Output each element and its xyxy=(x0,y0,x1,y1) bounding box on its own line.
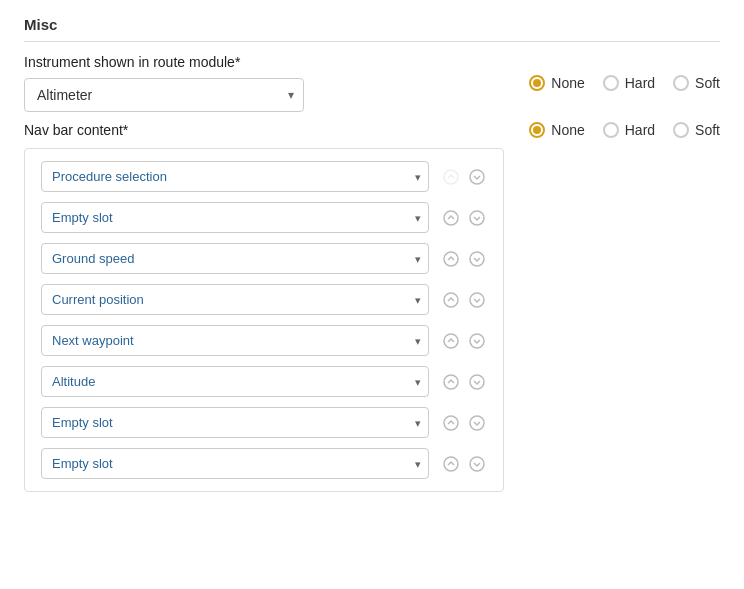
svg-point-5 xyxy=(470,252,484,266)
svg-point-3 xyxy=(470,211,484,225)
arrow-down-4-icon xyxy=(469,333,485,349)
arrow-up-4-icon xyxy=(443,333,459,349)
nav-item-dropdown-1[interactable]: Empty slot Procedure selection Ground sp… xyxy=(41,202,429,233)
nav-item-select-0: Procedure selection Empty slot Ground sp… xyxy=(41,161,429,192)
nav-item-row-1: Empty slot Procedure selection Ground sp… xyxy=(41,202,487,233)
nav-item-down-0-button[interactable] xyxy=(467,167,487,187)
arrow-up-1-icon xyxy=(443,210,459,226)
svg-point-1 xyxy=(470,170,484,184)
nav-item-down-4-button[interactable] xyxy=(467,331,487,351)
nav-item-arrows-1 xyxy=(441,208,487,228)
svg-point-9 xyxy=(470,334,484,348)
nav-item-arrows-7 xyxy=(441,454,487,474)
nav-item-up-7-button[interactable] xyxy=(441,454,461,474)
nav-item-row-3: Current position Procedure selection Emp… xyxy=(41,284,487,315)
nav-item-arrows-2 xyxy=(441,249,487,269)
arrow-down-2-icon xyxy=(469,251,485,267)
navbar-radio-hard[interactable]: Hard xyxy=(603,122,655,138)
svg-point-13 xyxy=(470,416,484,430)
nav-item-arrows-6 xyxy=(441,413,487,433)
nav-item-row-7: Empty slot Procedure selection Ground sp… xyxy=(41,448,487,479)
nav-item-dropdown-7[interactable]: Empty slot Procedure selection Ground sp… xyxy=(41,448,429,479)
svg-point-0 xyxy=(444,170,458,184)
instrument-radio-hard[interactable]: Hard xyxy=(603,75,655,91)
svg-point-12 xyxy=(444,416,458,430)
nav-item-row-6: Empty slot Procedure selection Ground sp… xyxy=(41,407,487,438)
svg-point-15 xyxy=(470,457,484,471)
nav-item-dropdown-6[interactable]: Empty slot Procedure selection Ground sp… xyxy=(41,407,429,438)
nav-item-select-1: Empty slot Procedure selection Ground sp… xyxy=(41,202,429,233)
nav-item-select-5: Altitude Procedure selection Empty slot … xyxy=(41,366,429,397)
section-title: Misc xyxy=(24,16,720,42)
arrow-down-3-icon xyxy=(469,292,485,308)
arrow-up-6-icon xyxy=(443,415,459,431)
nav-item-up-3-button[interactable] xyxy=(441,290,461,310)
svg-point-6 xyxy=(444,293,458,307)
nav-item-select-7: Empty slot Procedure selection Ground sp… xyxy=(41,448,429,479)
nav-item-down-1-button[interactable] xyxy=(467,208,487,228)
instrument-radio-group: None Hard Soft xyxy=(529,75,720,91)
nav-item-select-6: Empty slot Procedure selection Ground sp… xyxy=(41,407,429,438)
instrument-label: Instrument shown in route module* xyxy=(24,54,304,70)
instrument-field-left: Instrument shown in route module* Altime… xyxy=(24,54,304,112)
nav-item-down-2-button[interactable] xyxy=(467,249,487,269)
nav-item-row-2: Ground speed Procedure selection Empty s… xyxy=(41,243,487,274)
arrow-up-2-icon xyxy=(443,251,459,267)
nav-item-dropdown-5[interactable]: Altitude Procedure selection Empty slot … xyxy=(41,366,429,397)
navbar-section: Nav bar content* None Hard Soft Procedur… xyxy=(24,122,720,492)
nav-item-row-5: Altitude Procedure selection Empty slot … xyxy=(41,366,487,397)
nav-item-dropdown-2[interactable]: Ground speed Procedure selection Empty s… xyxy=(41,243,429,274)
svg-point-4 xyxy=(444,252,458,266)
nav-item-up-5-button[interactable] xyxy=(441,372,461,392)
navbar-label: Nav bar content* xyxy=(24,122,128,138)
svg-point-8 xyxy=(444,334,458,348)
arrow-down-0-icon xyxy=(469,169,485,185)
nav-item-select-3: Current position Procedure selection Emp… xyxy=(41,284,429,315)
arrow-up-3-icon xyxy=(443,292,459,308)
svg-point-2 xyxy=(444,211,458,225)
arrow-down-7-icon xyxy=(469,456,485,472)
nav-item-select-4: Next waypoint Procedure selection Empty … xyxy=(41,325,429,356)
navbar-radio-soft[interactable]: Soft xyxy=(673,122,720,138)
navbar-label-row: Nav bar content* None Hard Soft xyxy=(24,122,720,138)
nav-item-up-0-button xyxy=(441,167,461,187)
nav-item-up-6-button[interactable] xyxy=(441,413,461,433)
nav-item-up-2-button[interactable] xyxy=(441,249,461,269)
arrow-up-0-icon xyxy=(443,169,459,185)
arrow-down-6-icon xyxy=(469,415,485,431)
instrument-radio-soft[interactable]: Soft xyxy=(673,75,720,91)
navbar-radio-none[interactable]: None xyxy=(529,122,584,138)
nav-item-arrows-4 xyxy=(441,331,487,351)
nav-item-dropdown-3[interactable]: Current position Procedure selection Emp… xyxy=(41,284,429,315)
nav-item-down-5-button[interactable] xyxy=(467,372,487,392)
svg-point-14 xyxy=(444,457,458,471)
nav-item-down-6-button[interactable] xyxy=(467,413,487,433)
instrument-radio-none[interactable]: None xyxy=(529,75,584,91)
arrow-up-7-icon xyxy=(443,456,459,472)
navbar-radio-group: None Hard Soft xyxy=(529,122,720,138)
arrow-down-5-icon xyxy=(469,374,485,390)
instrument-field-row: Instrument shown in route module* Altime… xyxy=(24,54,720,112)
nav-item-select-2: Ground speed Procedure selection Empty s… xyxy=(41,243,429,274)
nav-item-up-1-button[interactable] xyxy=(441,208,461,228)
nav-items-container: Procedure selection Empty slot Ground sp… xyxy=(24,148,504,492)
arrow-down-1-icon xyxy=(469,210,485,226)
instrument-select-wrapper: Altimeter Airspeed Altitude Heading ▾ xyxy=(24,78,304,112)
nav-item-dropdown-4[interactable]: Next waypoint Procedure selection Empty … xyxy=(41,325,429,356)
nav-item-arrows-0 xyxy=(441,167,487,187)
svg-point-11 xyxy=(470,375,484,389)
nav-item-row-4: Next waypoint Procedure selection Empty … xyxy=(41,325,487,356)
nav-item-row-0: Procedure selection Empty slot Ground sp… xyxy=(41,161,487,192)
nav-item-arrows-3 xyxy=(441,290,487,310)
svg-point-7 xyxy=(470,293,484,307)
nav-item-arrows-5 xyxy=(441,372,487,392)
nav-item-down-3-button[interactable] xyxy=(467,290,487,310)
arrow-up-5-icon xyxy=(443,374,459,390)
nav-item-up-4-button[interactable] xyxy=(441,331,461,351)
instrument-select[interactable]: Altimeter Airspeed Altitude Heading xyxy=(24,78,304,112)
svg-point-10 xyxy=(444,375,458,389)
nav-item-down-7-button[interactable] xyxy=(467,454,487,474)
nav-item-dropdown-0[interactable]: Procedure selection Empty slot Ground sp… xyxy=(41,161,429,192)
